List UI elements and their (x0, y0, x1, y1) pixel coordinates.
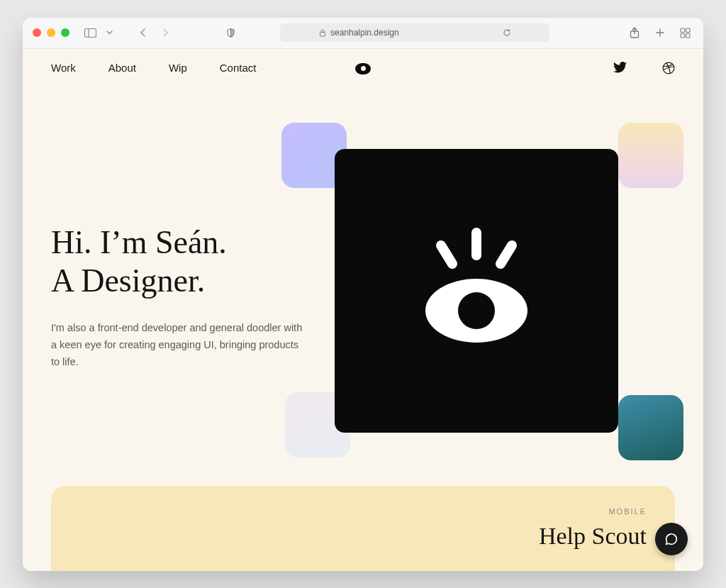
svg-rect-2 (320, 32, 325, 36)
hero-subtitle: I'm also a front-end developer and gener… (51, 320, 306, 371)
new-tab-icon[interactable] (652, 25, 668, 40)
nav-link-work[interactable]: Work (51, 62, 76, 74)
nav-link-wip[interactable]: Wip (169, 62, 187, 74)
project-card[interactable]: MOBILE Help Scout (51, 486, 675, 571)
chat-icon (664, 531, 679, 547)
browser-toolbar: seanhalpin.design (23, 18, 703, 49)
svg-point-13 (458, 292, 495, 329)
sidebar-toggle-icon[interactable] (82, 25, 98, 40)
twitter-icon[interactable] (613, 62, 627, 74)
share-icon[interactable] (627, 25, 642, 40)
svg-line-10 (441, 245, 452, 264)
decor-blob-teal (618, 395, 683, 460)
url-text: seanhalpin.design (330, 28, 399, 38)
decor-blob-peach (618, 123, 683, 188)
logo-eye-icon[interactable] (355, 63, 371, 74)
page-content: Work About Wip Contact Hi. I’m Seán. A D… (23, 49, 703, 571)
chat-widget-button[interactable] (655, 523, 688, 555)
nav-link-contact[interactable]: Contact (220, 62, 257, 74)
svg-rect-0 (84, 28, 96, 37)
minimize-window-button[interactable] (47, 28, 55, 37)
lock-icon (319, 29, 326, 37)
address-bar[interactable]: seanhalpin.design (280, 23, 549, 42)
close-window-button[interactable] (33, 28, 41, 37)
nav-link-about[interactable]: About (108, 62, 136, 74)
forward-button[interactable] (157, 25, 173, 40)
svg-rect-7 (686, 33, 691, 38)
refresh-icon[interactable] (503, 28, 511, 37)
svg-rect-5 (686, 28, 691, 33)
privacy-report-icon[interactable] (223, 25, 238, 40)
browser-window: seanhalpin.design Work About Wip Contact (23, 18, 703, 571)
dribbble-icon[interactable] (662, 62, 675, 74)
back-button[interactable] (135, 25, 150, 40)
project-tag: MOBILE (79, 507, 647, 516)
window-controls (33, 28, 69, 37)
svg-rect-4 (681, 28, 685, 33)
hero-feature-card (335, 149, 618, 433)
svg-line-11 (501, 245, 512, 264)
site-nav: Work About Wip Contact (23, 49, 703, 74)
chevron-down-icon[interactable] (105, 25, 113, 40)
project-title: Help Scout (79, 523, 647, 550)
eye-illustration-icon (398, 220, 554, 362)
hero-title-line-1: Hi. I’m Seán. (51, 224, 227, 260)
zoom-window-button[interactable] (61, 28, 69, 37)
hero-section: Hi. I’m Seán. A Designer. I'm also a fro… (23, 74, 703, 472)
svg-rect-6 (681, 33, 685, 38)
hero-title: Hi. I’m Seán. A Designer. (51, 223, 328, 301)
hero-title-line-2: A Designer. (51, 262, 205, 299)
tab-overview-icon[interactable] (678, 25, 693, 40)
